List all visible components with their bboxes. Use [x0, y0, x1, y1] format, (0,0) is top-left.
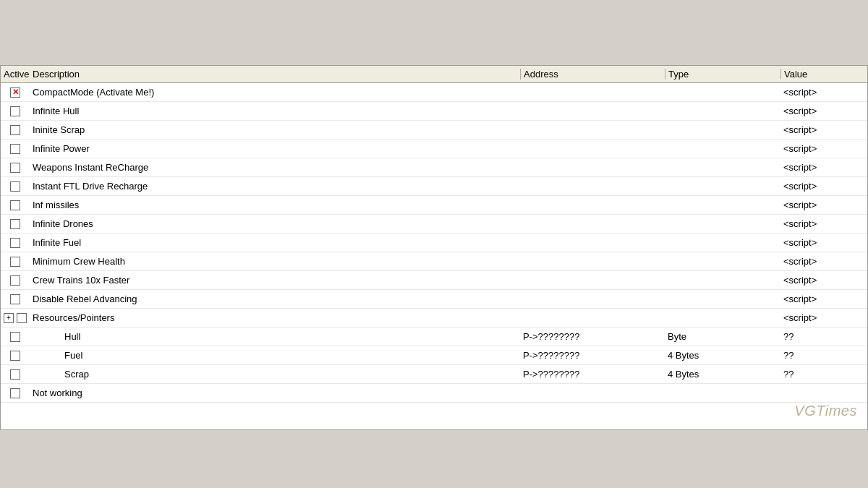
row-active-cell[interactable]: [1, 200, 30, 210]
row-description: Inf missiles: [30, 200, 520, 210]
row-active-cell[interactable]: [1, 388, 30, 398]
row-description: Fuel: [30, 350, 520, 361]
checkbox[interactable]: [10, 294, 20, 304]
row-active-cell[interactable]: [1, 238, 30, 248]
row-active-cell[interactable]: [1, 257, 30, 267]
table-row: Crew Trains 10x Faster<script>: [1, 271, 867, 290]
row-type: 4 Bytes: [665, 369, 780, 380]
row-value: <script>: [780, 218, 867, 229]
table-row: CompactMode (Activate Me!)<script>: [1, 83, 867, 102]
row-value: ??: [780, 331, 867, 342]
row-active-cell[interactable]: [1, 163, 30, 173]
row-description: Infinite Drones: [30, 218, 520, 229]
table-row: ScrapP->????????4 Bytes??: [1, 365, 867, 384]
row-value: <script>: [780, 162, 867, 173]
row-active-cell[interactable]: [1, 87, 30, 98]
row-value: <script>: [780, 294, 867, 304]
checkbox[interactable]: [10, 388, 20, 398]
row-address: P->????????: [520, 331, 665, 342]
cheat-table: Active Description Address Type Value Co…: [0, 65, 868, 430]
row-active-cell[interactable]: [1, 351, 30, 361]
row-value: <script>: [780, 275, 867, 286]
row-description: Scrap: [30, 369, 520, 380]
row-description: Disable Rebel Advancing: [30, 294, 520, 304]
row-address: P->????????: [520, 350, 665, 361]
row-active-cell[interactable]: [1, 219, 30, 229]
row-value: <script>: [780, 87, 867, 98]
checkbox[interactable]: [10, 351, 20, 361]
header-description: Description: [30, 69, 520, 80]
row-description: Hull: [30, 331, 520, 342]
checkbox[interactable]: [10, 332, 20, 342]
checkbox[interactable]: [10, 238, 20, 248]
row-description: Resources/Pointers: [30, 312, 520, 323]
row-active-cell[interactable]: +: [1, 313, 30, 323]
table-row: HullP->????????Byte??: [1, 328, 867, 346]
table-row: FuelP->????????4 Bytes??: [1, 346, 867, 365]
header-value: Value: [780, 69, 867, 80]
header-address: Address: [520, 69, 665, 80]
row-active-cell[interactable]: [1, 144, 30, 154]
row-description: Minimum Crew Health: [30, 256, 520, 267]
row-active-cell[interactable]: [1, 106, 30, 116]
table-row: Not working: [1, 384, 867, 403]
checkbox[interactable]: [10, 87, 20, 98]
row-active-cell[interactable]: [1, 294, 30, 304]
row-active-cell[interactable]: [1, 181, 30, 192]
row-type: 4 Bytes: [665, 350, 780, 361]
row-address: P->????????: [520, 369, 665, 380]
checkbox[interactable]: [10, 275, 20, 286]
table-row: +Resources/Pointers<script>: [1, 309, 867, 328]
table-row: Weapons Instant ReCharge<script>: [1, 158, 867, 177]
row-description: Infinite Hull: [30, 106, 520, 116]
row-description: Infinite Fuel: [30, 237, 520, 248]
table-row: Infinite Power<script>: [1, 140, 867, 158]
row-value: <script>: [780, 143, 867, 154]
expand-button[interactable]: +: [4, 313, 14, 323]
checkbox[interactable]: [10, 181, 20, 192]
row-value: <script>: [780, 181, 867, 192]
table-header: Active Description Address Type Value: [1, 66, 867, 83]
row-active-cell[interactable]: [1, 369, 30, 380]
checkbox[interactable]: [10, 106, 20, 116]
row-value: ??: [780, 369, 867, 380]
table-row: Infinite Hull<script>: [1, 102, 867, 121]
table-row: Ininite Scrap<script>: [1, 121, 867, 140]
table-row: Infinite Fuel<script>: [1, 234, 867, 252]
row-value: <script>: [780, 237, 867, 248]
checkbox[interactable]: [10, 125, 20, 135]
row-active-cell[interactable]: [1, 275, 30, 286]
row-value: ??: [780, 350, 867, 361]
row-description: Instant FTL Drive Recharge: [30, 181, 520, 192]
row-description: Weapons Instant ReCharge: [30, 162, 520, 173]
header-type: Type: [665, 69, 780, 80]
checkbox[interactable]: [10, 200, 20, 210]
row-type: Byte: [665, 331, 780, 342]
table-body: CompactMode (Activate Me!)<script>Infini…: [1, 83, 867, 403]
table-row: Disable Rebel Advancing<script>: [1, 290, 867, 309]
row-value: <script>: [780, 312, 867, 323]
row-description: Ininite Scrap: [30, 124, 520, 135]
row-active-cell[interactable]: [1, 125, 30, 135]
row-description: CompactMode (Activate Me!): [30, 87, 520, 98]
table-row: Inf missiles<script>: [1, 196, 867, 215]
table-row: Minimum Crew Health<script>: [1, 252, 867, 271]
checkbox[interactable]: [17, 313, 27, 323]
checkbox[interactable]: [10, 144, 20, 154]
row-description: Crew Trains 10x Faster: [30, 275, 520, 286]
table-row: Infinite Drones<script>: [1, 215, 867, 234]
row-value: <script>: [780, 124, 867, 135]
header-active: Active: [1, 69, 30, 80]
row-value: <script>: [780, 256, 867, 267]
checkbox[interactable]: [10, 257, 20, 267]
row-active-cell[interactable]: [1, 332, 30, 342]
row-description: Infinite Power: [30, 143, 520, 154]
checkbox[interactable]: [10, 369, 20, 380]
row-value: <script>: [780, 106, 867, 116]
checkbox[interactable]: [10, 163, 20, 173]
row-description: Not working: [30, 388, 520, 398]
checkbox[interactable]: [10, 219, 20, 229]
row-value: <script>: [780, 200, 867, 210]
table-row: Instant FTL Drive Recharge<script>: [1, 177, 867, 196]
